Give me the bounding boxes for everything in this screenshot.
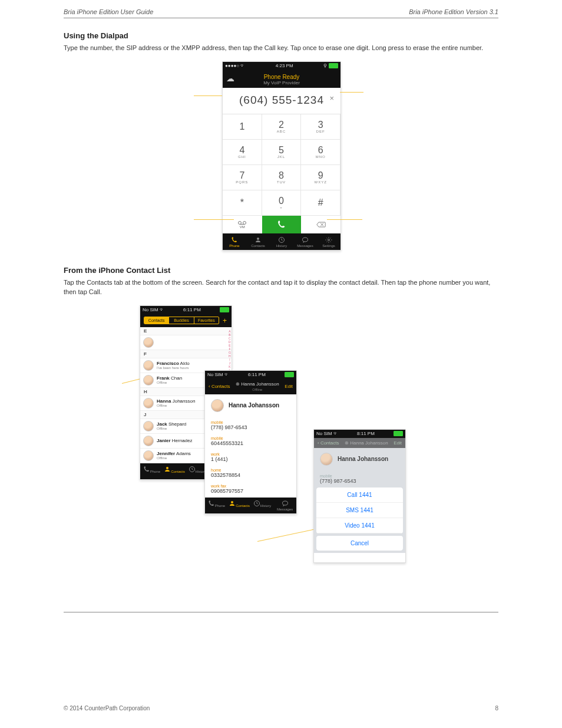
svg-point-5	[303, 238, 308, 242]
copyright: © 2014 CounterPath Corporation	[64, 705, 150, 711]
phone-number-row[interactable]: work fax09085797557	[205, 482, 296, 498]
signal: No SIM ᯤ	[143, 307, 164, 312]
avatar	[143, 398, 154, 409]
dial-key-9[interactable]: 9WXYZ	[301, 165, 340, 190]
svg-point-12	[282, 501, 287, 505]
phone-number-row[interactable]: mobile(778) 987-6543	[314, 472, 405, 487]
svg-point-7	[166, 467, 168, 469]
status-bar: No SIM ᯤ 6:11 PM	[205, 371, 296, 379]
dial-key-*[interactable]: *	[223, 190, 262, 216]
nav-bar: ‹ Contacts ⊗ Hanna JohanssonOffline Edit	[205, 379, 296, 394]
tab-phone[interactable]: Phone	[223, 233, 246, 250]
tab-phone[interactable]: Phone	[140, 463, 163, 479]
status-bar: No SIM ᯤ 6:11 PM	[140, 306, 232, 314]
status-right: ⚲	[323, 63, 338, 68]
action-sheet: Call 1441SMS 1441Video 1441 Cancel	[316, 487, 403, 551]
dial-key-2[interactable]: 2ABC	[262, 114, 302, 140]
tab-contacts[interactable]: Contacts	[228, 498, 251, 513]
dial-key-5[interactable]: 5JKL	[262, 140, 302, 165]
tab-messages[interactable]: Messages	[293, 233, 317, 250]
contact-row[interactable]	[140, 335, 232, 350]
dial-key-#[interactable]: #	[301, 190, 340, 216]
edit-button[interactable]: Edit	[285, 384, 293, 389]
action-video[interactable]: Video 1441	[316, 518, 403, 533]
dial-key-1[interactable]: 1	[223, 114, 262, 140]
doc-header-left: Bria iPhone Edition User Guide	[64, 8, 153, 15]
svg-point-6	[328, 239, 330, 241]
battery-icon	[394, 431, 403, 436]
clear-icon[interactable]: ×	[329, 94, 335, 103]
status-time: 8:11 PM	[357, 431, 375, 436]
battery-icon	[285, 372, 294, 377]
dial-entry[interactable]: (604) 555-1234 ×	[223, 88, 340, 114]
tab-phone[interactable]: Phone	[205, 498, 228, 513]
nav-title: Hanna Johansson	[241, 381, 279, 387]
signal: No SIM ᯤ	[207, 372, 229, 377]
section-header: E	[140, 327, 232, 335]
page-footer: © 2014 CounterPath Corporation 8	[64, 705, 498, 711]
tab-messages[interactable]: Messages	[273, 498, 296, 513]
status-bar: No SIM ᯤ 8:11 PM	[314, 430, 405, 438]
phone-number-row[interactable]: mobile60445553321	[205, 434, 296, 450]
bottom-rule	[64, 612, 498, 612]
seg-favorites[interactable]: Favorites	[194, 317, 219, 324]
phone-status-title: Phone Ready	[223, 74, 340, 80]
dial-key-6[interactable]: 6MNO	[301, 140, 340, 165]
avatar	[143, 436, 154, 446]
nav-bar-dim: ‹ Contacts ⊗ Hanna Johansson Edit	[314, 438, 405, 448]
svg-point-3	[257, 238, 259, 240]
section-title-2: From the iPhone Contact List	[64, 266, 498, 275]
dial-entry-number: (604) 555-1234	[239, 94, 324, 106]
avatar	[211, 399, 224, 412]
contact-header: Hanna Johansson	[205, 394, 296, 418]
tab-settings[interactable]: Settings	[317, 233, 340, 250]
svg-point-0	[239, 221, 242, 224]
tab-history[interactable]: History	[251, 498, 274, 513]
battery-icon	[329, 63, 338, 68]
phone-number-row[interactable]: home0332578854	[205, 466, 296, 482]
dial-key-0[interactable]: 0+	[262, 190, 302, 216]
section-body-1: Type the number, the SIP address or the …	[64, 44, 498, 53]
contact-name: Hanna Johansson	[338, 456, 388, 462]
callout-line	[340, 92, 363, 93]
seg-buddies[interactable]: Buddies	[169, 317, 194, 324]
call-button[interactable]	[262, 216, 302, 233]
presence-icon[interactable]: ☁	[226, 74, 234, 83]
callout-line	[194, 95, 222, 96]
status-time: 6:11 PM	[248, 372, 266, 377]
svg-point-1	[243, 221, 246, 224]
avatar	[143, 360, 154, 371]
dial-key-8[interactable]: 8TUV	[262, 165, 302, 190]
screenshot-stack: No SIM ᯤ 6:11 PM ContactsBuddiesFavorite…	[140, 305, 422, 577]
callout-line	[194, 219, 234, 220]
add-contact-button[interactable]: +	[222, 317, 228, 325]
voicemail-button[interactable]: VM	[223, 216, 262, 233]
avatar	[143, 450, 154, 461]
tab-history[interactable]: History	[270, 233, 293, 250]
dial-key-4[interactable]: 4GHI	[223, 140, 262, 165]
screenshot-dialpad: ●●●●○ ᯤ 4:23 PM ⚲ ☁ Phone Ready My VoIP …	[222, 61, 340, 251]
tab-contacts[interactable]: Contacts	[163, 463, 186, 479]
svg-point-10	[231, 501, 233, 503]
top-rule	[64, 18, 498, 18]
signal-icon: ●●●●○ ᯤ	[225, 63, 245, 68]
tab-contacts[interactable]: Contacts	[246, 233, 270, 250]
action-sms[interactable]: SMS 1441	[316, 503, 403, 518]
backspace-button[interactable]	[301, 216, 340, 233]
phone-number-row[interactable]: mobile(778) 987-6543	[205, 418, 296, 434]
back-button[interactable]: ‹ Contacts	[209, 384, 230, 389]
section-title-1: Using the Dialpad	[64, 31, 498, 40]
page-number: 8	[495, 705, 498, 711]
seg-contacts[interactable]: Contacts	[144, 317, 169, 324]
contact-name: Hanna Johansson	[229, 402, 279, 409]
dial-key-3[interactable]: 3DEF	[301, 114, 340, 140]
vm-label: VM	[240, 225, 245, 229]
doc-header-right: Bria iPhone Edition Version 3.1	[409, 8, 498, 15]
section-body-2: Tap the Contacts tab at the bottom of th…	[64, 278, 498, 297]
dial-key-7[interactable]: 7PQRS	[223, 165, 262, 190]
avatar	[143, 337, 154, 348]
phone-number-row[interactable]: work1 (441)	[205, 450, 296, 466]
action-call[interactable]: Call 1441	[316, 487, 403, 503]
section-header: F	[140, 350, 232, 358]
cancel-button[interactable]: Cancel	[316, 536, 403, 551]
